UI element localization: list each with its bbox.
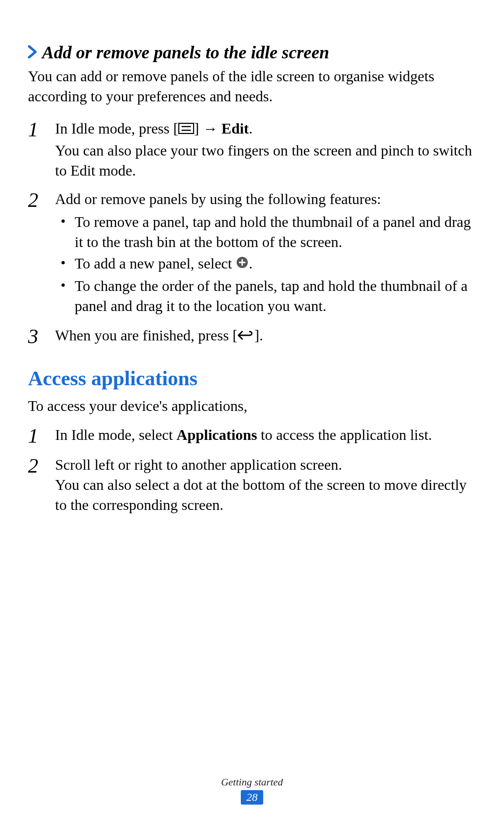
s2-step-2: 2 Scroll left or right to another applic… <box>28 455 476 516</box>
step-number: 3 <box>28 325 55 347</box>
menu-icon <box>178 119 194 139</box>
step1-end: . <box>249 120 252 137</box>
bullet-text: To remove a panel, tap and hold the thum… <box>75 212 476 252</box>
step-body: In Idle mode, press [] → Edit. You can a… <box>55 119 476 181</box>
s2-step2-line2: You can also select a dot at the bottom … <box>55 475 476 515</box>
bullet-dot: • <box>55 276 75 316</box>
step3-pre: When you are finished, press [ <box>55 327 238 344</box>
main-heading-access: Access applications <box>28 367 476 390</box>
plus-icon <box>236 254 249 274</box>
bullet-text: To change the order of the panels, tap a… <box>75 276 476 316</box>
step-body: When you are finished, press []. <box>55 325 476 347</box>
step1-line2: You can also place your two fingers on t… <box>55 141 476 181</box>
step-body: In Idle mode, select Applications to acc… <box>55 425 476 446</box>
back-icon <box>238 326 254 346</box>
step1-post: ] → <box>194 120 222 137</box>
step-body: Add or remove panels by using the follow… <box>55 189 476 317</box>
step-1: 1 In Idle mode, press [] → Edit. You can… <box>28 119 476 181</box>
step-number: 2 <box>28 189 55 317</box>
s2-step1-post: to access the application list. <box>257 426 432 443</box>
step-number: 2 <box>28 455 55 516</box>
b2-post: . <box>249 255 252 272</box>
step-2: 2 Add or remove panels by using the foll… <box>28 189 476 317</box>
page-footer: Getting started 28 <box>0 776 504 805</box>
section2-intro: To access your device's applications, <box>28 396 476 416</box>
bullet-item: • To add a new panel, select . <box>55 254 476 275</box>
section-heading-panels: Add or remove panels to the idle screen <box>28 42 476 63</box>
step3-post: ]. <box>254 327 263 344</box>
step1-bold: Edit <box>222 120 249 137</box>
step-number: 1 <box>28 119 55 181</box>
bullet-text: To add a new panel, select . <box>75 254 476 275</box>
step2-intro: Add or remove panels by using the follow… <box>55 189 476 209</box>
step-3: 3 When you are finished, press []. <box>28 325 476 347</box>
bullet-item: • To remove a panel, tap and hold the th… <box>55 212 476 252</box>
step-body: Scroll left or right to another applicat… <box>55 455 476 516</box>
b2-pre: To add a new panel, select <box>75 255 236 272</box>
page-number-badge: 28 <box>241 790 263 805</box>
bullet-dot: • <box>55 212 75 252</box>
bullet-item: • To change the order of the panels, tap… <box>55 276 476 316</box>
step-number: 1 <box>28 425 55 446</box>
svg-rect-0 <box>179 123 194 134</box>
section1-intro: You can add or remove panels of the idle… <box>28 66 476 106</box>
footer-label: Getting started <box>0 776 504 788</box>
s2-step-1: 1 In Idle mode, select Applications to a… <box>28 425 476 446</box>
section-heading-text: Add or remove panels to the idle screen <box>42 42 329 62</box>
bullet-dot: • <box>55 254 75 275</box>
s2-step1-pre: In Idle mode, select <box>55 426 176 443</box>
step1-pre: In Idle mode, press [ <box>55 120 178 137</box>
bullet-list: • To remove a panel, tap and hold the th… <box>55 212 476 316</box>
s2-step2-line1: Scroll left or right to another applicat… <box>55 455 476 475</box>
s2-step1-bold: Applications <box>176 426 257 443</box>
chevron-icon <box>28 42 38 63</box>
